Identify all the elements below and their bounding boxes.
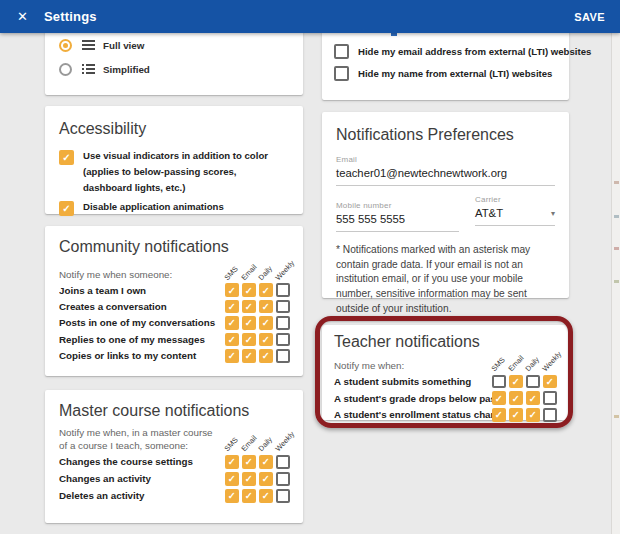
view-option-full-view[interactable]: Full view: [59, 38, 303, 53]
email-checkbox[interactable]: ✓: [242, 300, 256, 314]
app-bar: ✕ Settings SAVE: [0, 0, 620, 33]
email-checkbox[interactable]: ✓: [242, 333, 256, 347]
mobile-field-value: 555 555 5555: [336, 210, 459, 232]
email-checkbox[interactable]: ✓: [242, 472, 256, 486]
daily-checkbox[interactable]: ✓: [259, 472, 273, 486]
weekly-checkbox[interactable]: [543, 408, 557, 422]
column-header-cell: Email: [509, 353, 526, 373]
checkbox-cell: ✓: [225, 472, 242, 486]
checkbox-option-hide-my-name-from-external-lti-websites[interactable]: Hide my name from external (LTI) website…: [334, 66, 569, 81]
lti-privacy-card: Hide my email address from external (LTI…: [322, 22, 569, 100]
carrier-select[interactable]: Carrier AT&T ▾: [475, 195, 555, 232]
column-header-email: Email: [239, 263, 258, 282]
sms-checkbox[interactable]: ✓: [225, 283, 239, 297]
checkbox-option-label: Hide my name from external (LTI) website…: [358, 66, 552, 81]
daily-checkbox[interactable]: ✓: [259, 333, 273, 347]
sms-checkbox[interactable]: ✓: [492, 408, 506, 422]
daily-checkbox[interactable]: ✓: [259, 349, 273, 363]
notification-row-joins-a-team-i-own: Joins a team I own✓✓✓: [59, 282, 293, 298]
sms-checkbox[interactable]: ✓: [492, 391, 506, 405]
notify-intro-text: Notify me when:: [334, 359, 492, 373]
email-checkbox[interactable]: ✓: [509, 375, 523, 389]
daily-checkbox[interactable]: ✓: [259, 300, 273, 314]
weekly-checkbox[interactable]: ✓: [543, 375, 557, 389]
radio-button-icon: [59, 63, 72, 76]
column-header-cell: Daily: [259, 262, 276, 282]
weekly-checkbox[interactable]: [276, 349, 290, 363]
checkbox-option-label: Hide my email address from external (LTI…: [358, 44, 591, 59]
daily-checkbox[interactable]: ✓: [259, 283, 273, 297]
email-checkbox[interactable]: ✓: [242, 489, 256, 503]
checkbox-cell: ✓: [259, 300, 276, 314]
email-field-value: teacher01@newtechnewtwork.org: [336, 164, 555, 186]
dropdown-arrow-icon: ▾: [551, 209, 555, 218]
column-header-daily: Daily: [256, 264, 274, 282]
page-title: Settings: [44, 9, 97, 24]
sms-checkbox[interactable]: ✓: [225, 455, 239, 469]
email-checkbox[interactable]: ✓: [509, 408, 523, 422]
checkbox-option-disable-application-animations[interactable]: ✓Disable application animations: [59, 201, 289, 216]
weekly-checkbox[interactable]: [276, 489, 290, 503]
weekly-checkbox[interactable]: [276, 316, 290, 330]
mobile-number-field[interactable]: Mobile number 555 555 5555: [336, 201, 459, 232]
clipped-content-artifact: [391, 33, 397, 36]
sms-checkbox[interactable]: [492, 375, 506, 389]
weekly-checkbox[interactable]: [276, 333, 290, 347]
master-course-notifications-card: Master course notifications Notify me wh…: [45, 390, 303, 523]
weekly-checkbox[interactable]: [543, 391, 557, 405]
edge-artifact: [614, 280, 619, 283]
sms-checkbox[interactable]: ✓: [225, 316, 239, 330]
edge-artifact: [614, 215, 619, 218]
checkbox-option-use-visual-indicators-in-addition-to-col[interactable]: ✓Use visual indicators in addition to co…: [59, 150, 289, 195]
view-option-simplified[interactable]: Simplified: [59, 62, 303, 77]
weekly-checkbox[interactable]: [276, 283, 290, 297]
email-checkbox[interactable]: ✓: [242, 316, 256, 330]
close-icon[interactable]: ✕: [17, 10, 28, 23]
sms-checkbox[interactable]: ✓: [225, 472, 239, 486]
grade-data-disclaimer: * Notifications marked with an asterisk …: [336, 243, 555, 316]
sms-checkbox[interactable]: ✓: [225, 333, 239, 347]
checkbox-cell: ✓: [259, 472, 276, 486]
column-header-cell: Email: [242, 262, 259, 282]
checkbox-cell: ✓: [225, 349, 242, 363]
checkbox-cell: [276, 489, 293, 503]
checkbox-icon[interactable]: ✓: [59, 150, 74, 165]
email-checkbox[interactable]: ✓: [242, 349, 256, 363]
weekly-checkbox[interactable]: [276, 472, 290, 486]
daily-checkbox[interactable]: ✓: [259, 455, 273, 469]
daily-checkbox[interactable]: ✓: [526, 391, 540, 405]
checkbox-cell: ✓: [242, 316, 259, 330]
email-field-label: Email: [336, 155, 555, 164]
sms-checkbox[interactable]: ✓: [225, 300, 239, 314]
checkbox-cell: ✓: [492, 408, 509, 422]
checkbox-cell: [492, 375, 509, 389]
weekly-checkbox[interactable]: [276, 455, 290, 469]
checkbox-cell: ✓: [225, 300, 242, 314]
email-checkbox[interactable]: ✓: [242, 283, 256, 297]
checkbox-cell: ✓: [225, 333, 242, 347]
email-checkbox[interactable]: ✓: [509, 391, 523, 405]
daily-checkbox[interactable]: ✓: [259, 489, 273, 503]
notify-intro-text: Notify me when someone:: [59, 268, 225, 282]
checkbox-icon[interactable]: [334, 66, 349, 81]
checkbox-cell: ✓: [242, 300, 259, 314]
sms-checkbox[interactable]: ✓: [225, 349, 239, 363]
notification-row-posts-in-one-of-my-conversations: Posts in one of my conversations✓✓✓: [59, 315, 293, 331]
checkbox-cell: ✓: [509, 375, 526, 389]
email-field[interactable]: Email teacher01@newtechnewtwork.org: [336, 155, 555, 186]
daily-checkbox[interactable]: [526, 375, 540, 389]
weekly-checkbox[interactable]: [276, 300, 290, 314]
edge-artifact: [614, 181, 619, 184]
checkbox-icon[interactable]: ✓: [59, 201, 74, 216]
checkbox-icon[interactable]: [334, 44, 349, 59]
daily-checkbox[interactable]: ✓: [526, 408, 540, 422]
save-button[interactable]: SAVE: [574, 11, 605, 23]
notification-row-label: Changes the course settings: [59, 456, 225, 467]
checkbox-cell: [276, 316, 293, 330]
sms-checkbox[interactable]: ✓: [225, 489, 239, 503]
daily-checkbox[interactable]: ✓: [259, 316, 273, 330]
email-checkbox[interactable]: ✓: [242, 455, 256, 469]
column-header-weekly: Weekly: [273, 430, 296, 454]
checkbox-option-hide-my-email-address-from-external-lti-[interactable]: Hide my email address from external (LTI…: [334, 44, 569, 59]
checkbox-cell: ✓: [225, 283, 242, 297]
